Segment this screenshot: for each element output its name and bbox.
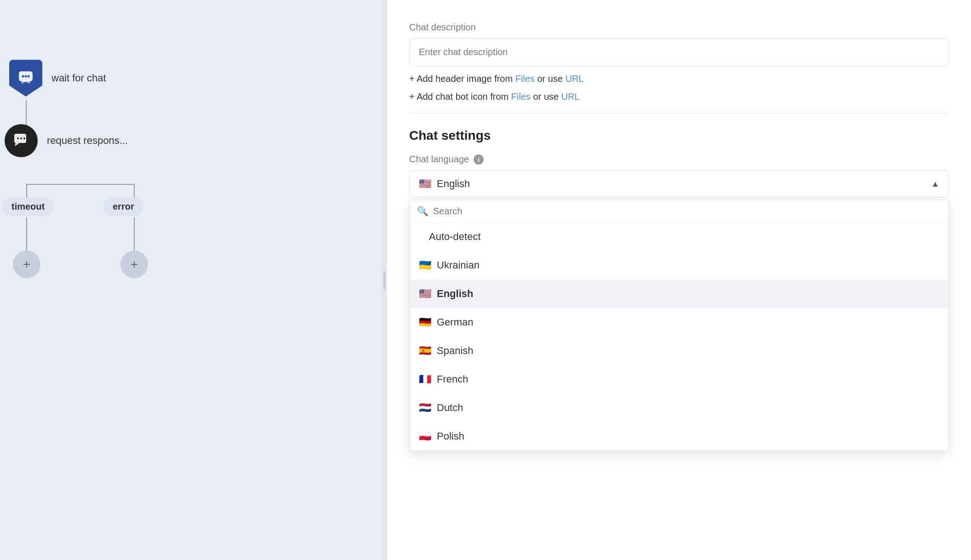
language-dropdown-wrapper[interactable]: 🇺🇸 English ▲ 🔍 Auto-detect 🇺🇦 <box>409 170 949 198</box>
v-line-add-right <box>134 217 135 251</box>
language-name-french: French <box>437 373 468 385</box>
add-header-image-row: + Add header image from Files or use URL <box>409 74 949 84</box>
chat-description-input[interactable] <box>409 38 949 66</box>
add-button-error[interactable]: + <box>120 251 148 278</box>
node-wait-for-chat[interactable]: wait for chat <box>9 60 106 97</box>
selected-name: English <box>437 178 470 190</box>
header-url-link[interactable]: URL <box>565 74 584 84</box>
flag-ukrainian: 🇺🇦 <box>419 259 431 271</box>
language-option-spanish[interactable]: 🇪🇸 Spanish <box>410 337 948 365</box>
language-name-dutch: Dutch <box>437 402 463 414</box>
svg-point-3 <box>25 75 27 78</box>
canvas-area: wait for chat request respons... timeout… <box>0 0 382 560</box>
language-option-dutch[interactable]: 🇳🇱 Dutch <box>410 394 948 422</box>
language-dropdown-menu: 🔍 Auto-detect 🇺🇦 Ukrainian 🇺🇸 English <box>409 200 949 451</box>
language-option-polish[interactable]: 🇵🇱 Polish <box>410 422 948 451</box>
search-icon: 🔍 <box>417 206 428 217</box>
svg-point-8 <box>23 137 25 139</box>
flag-english: 🇺🇸 <box>419 288 431 300</box>
chat-language-info-icon[interactable]: i <box>474 154 484 165</box>
flag-spanish: 🇪🇸 <box>419 345 431 357</box>
language-search-input[interactable] <box>433 206 941 217</box>
svg-point-6 <box>17 137 19 139</box>
svg-point-2 <box>22 75 24 78</box>
language-name-auto-detect: Auto-detect <box>429 231 481 243</box>
flag-french: 🇫🇷 <box>419 373 431 385</box>
panel-resize-handle[interactable] <box>382 0 387 560</box>
chatbot-files-link[interactable]: Files <box>511 91 531 102</box>
language-option-auto-detect[interactable]: Auto-detect <box>410 223 948 251</box>
node-request-response[interactable]: request respons... <box>5 124 128 157</box>
language-name-ukrainian: Ukrainian <box>437 259 480 271</box>
chat-description-label: Chat description <box>409 22 949 33</box>
selected-language-text: 🇺🇸 English <box>419 178 470 190</box>
language-name-polish: Polish <box>437 430 464 442</box>
right-panel: Chat description + Add header image from… <box>387 0 971 560</box>
timeout-badge: timeout <box>2 198 54 216</box>
language-name-english: English <box>437 288 473 300</box>
wait-for-chat-label: wait for chat <box>51 72 106 84</box>
flag-polish: 🇵🇱 <box>419 430 431 442</box>
language-dropdown-selected[interactable]: 🇺🇸 English ▲ <box>409 170 949 198</box>
chatbot-url-link[interactable]: URL <box>561 91 580 102</box>
chat-icon <box>9 60 42 97</box>
language-option-french[interactable]: 🇫🇷 French <box>410 365 948 394</box>
language-option-german[interactable]: 🇩🇪 German <box>410 308 948 337</box>
branch-h-line <box>26 184 134 185</box>
chat-circle-icon <box>5 124 38 157</box>
language-search-box[interactable]: 🔍 <box>410 200 948 223</box>
flag-dutch: 🇳🇱 <box>419 402 431 414</box>
language-option-ukrainian[interactable]: 🇺🇦 Ukrainian <box>410 251 948 280</box>
flag-german: 🇩🇪 <box>419 316 431 328</box>
arrow-connector-1 <box>26 100 27 128</box>
svg-point-4 <box>28 75 30 78</box>
language-name-german: German <box>437 316 473 328</box>
request-response-label: request respons... <box>47 135 128 147</box>
selected-flag: 🇺🇸 <box>419 178 431 190</box>
add-chatbot-icon-row: + Add chat bot icon from Files or use UR… <box>409 91 949 102</box>
section-divider <box>409 113 949 114</box>
add-button-timeout[interactable]: + <box>13 251 40 278</box>
svg-point-7 <box>20 137 22 139</box>
error-badge: error <box>103 198 143 216</box>
language-option-english[interactable]: 🇺🇸 English <box>410 280 948 308</box>
language-name-spanish: Spanish <box>437 345 474 357</box>
header-files-link[interactable]: Files <box>515 74 535 84</box>
chat-settings-title: Chat settings <box>409 128 949 143</box>
chat-language-label: Chat language i <box>409 154 949 165</box>
v-line-add-left <box>26 217 27 251</box>
chevron-up-icon: ▲ <box>931 179 939 189</box>
